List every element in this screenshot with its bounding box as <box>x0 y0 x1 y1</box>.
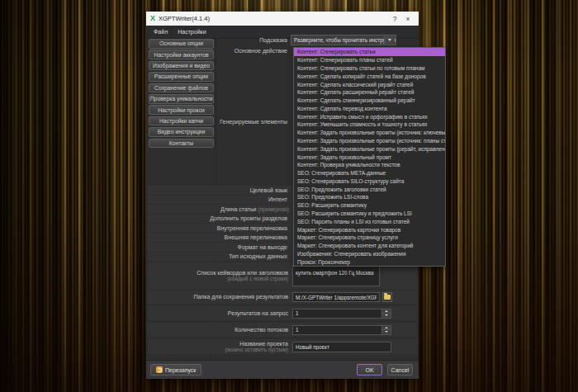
titlebar: X XGPTWriter(4.1.4) ? × <box>146 12 419 26</box>
action-option[interactable]: SEO: Предложить заголовки статей <box>294 185 445 193</box>
hint-label: Подсказка <box>259 37 287 43</box>
hint-combobox[interactable]: Разверните, чтобы прочитать инструкцию <box>291 35 396 45</box>
keywords-hint: (каждый с новой строки) <box>148 276 288 282</box>
app-logo-icon: X <box>150 15 155 22</box>
sidebar-item[interactable]: Настройки прокси <box>149 105 214 115</box>
sidebar-item[interactable]: Настройки капчи <box>149 116 214 126</box>
close-button[interactable]: × <box>401 15 415 23</box>
restart-label: Перезапуск <box>165 367 196 373</box>
results-label: Результатов на запрос <box>148 310 288 317</box>
form-row-label: Тип исходных данных <box>229 253 287 259</box>
content-area: Основные опцииНастройки аккаунтовИзображ… <box>146 39 419 361</box>
results-spinner <box>292 309 391 319</box>
sidebar-item[interactable]: Настройки аккаунтов <box>149 50 214 59</box>
window-title: XGPTWriter(4.1.4) <box>159 15 388 22</box>
action-option[interactable]: SEO: Расширить семантику <box>294 201 445 210</box>
action-option[interactable]: Контент: Задать произвольные промты (ист… <box>294 137 445 145</box>
folder-path-input[interactable] <box>292 292 380 302</box>
sidebar-item[interactable]: Контакты <box>149 139 214 149</box>
action-option[interactable]: SEO: Предложить LSI-слова <box>294 193 445 201</box>
action-option[interactable]: Контент: Задать произвольные промты (рер… <box>294 144 445 153</box>
form-row-hint: (примерная) <box>258 206 289 212</box>
action-option[interactable]: Контент: Проверка уникальности текстов <box>294 161 445 169</box>
project-row: Название проекта (можно оставить пустым) <box>148 339 417 354</box>
threads-spin-buttons <box>381 326 391 334</box>
threads-row: Количество потоков <box>148 323 417 337</box>
action-option[interactable]: Контент: Задать произвольные промты (ист… <box>294 129 445 137</box>
action-option[interactable]: Контент: Сгенерировать статьи по готовым… <box>294 64 445 73</box>
results-per-query-input[interactable] <box>292 309 391 319</box>
action-option[interactable]: SEO: Парсить планы и LSI из готовых стат… <box>294 217 445 225</box>
keywords-textarea[interactable]: купить смартфон 120 Гц Москва <box>292 265 380 286</box>
chevron-down-icon <box>384 36 395 44</box>
spinner-down-icon[interactable] <box>381 314 391 318</box>
action-option[interactable]: Контент: Задать произвольный промт <box>294 153 445 161</box>
ok-button[interactable]: OK <box>357 364 382 375</box>
action-option[interactable]: Контент: Сделать расширенный рерайт стат… <box>294 88 445 97</box>
menu-item-file[interactable]: Файл <box>149 28 172 35</box>
help-button[interactable]: ? <box>388 15 401 23</box>
threads-count-input[interactable] <box>292 325 391 335</box>
action-options-list: Контент: Сгенерировать статьиКонтент: Сг… <box>293 47 446 267</box>
project-name-input[interactable] <box>292 342 391 352</box>
project-label: Название проекта (можно оставить пустым) <box>148 341 288 353</box>
results-row: Результатов на запрос <box>148 306 417 320</box>
folder-row: Папка для сохранения результатов <box>148 290 417 304</box>
background: X XGPTWriter(4.1.4) ? × Файл Настройки О… <box>0 0 578 392</box>
action-option[interactable]: Маркет: Сгенерировать контент для катего… <box>294 242 445 250</box>
keywords-label: Список кейвордов или заголовков (каждый … <box>148 270 288 282</box>
action-option[interactable]: Контент: Уменьшить спамность и тошноту в… <box>294 120 445 129</box>
app-window: X XGPTWriter(4.1.4) ? × Файл Настройки О… <box>146 12 419 379</box>
action-option[interactable]: Прокси: Проксичекер <box>294 257 445 266</box>
action-option[interactable]: Контент: Сгенерировать статьи <box>294 48 445 56</box>
folder-icon <box>384 295 391 300</box>
action-option[interactable]: SEO: Сгенерировать META-данные <box>294 169 445 177</box>
results-spin-buttons <box>381 309 391 318</box>
form-row-label: Целевой язык <box>250 187 287 193</box>
generated-elements-label: Генерируемые элементы <box>220 119 287 125</box>
sidebar-item[interactable]: Видео инструкции <box>149 127 214 137</box>
action-option[interactable]: Контент: Сделать классический рерайт ста… <box>294 80 445 88</box>
action-option[interactable]: Контент: Сгенерировать планы статей <box>294 56 445 64</box>
footer-bar: Перезапуск OK Cancel <box>146 360 419 379</box>
form-row-label: Внутренняя перелинковка <box>217 225 287 231</box>
action-option[interactable]: Маркет: Сгенерировать страницу услуги <box>294 234 445 242</box>
form-row-label: Интент <box>268 196 287 202</box>
project-hint: (можно оставить пустым) <box>148 347 288 353</box>
hint-combobox-value: Разверните, чтобы прочитать инструкцию <box>294 37 396 43</box>
form-row-label: Формат на выходе <box>238 244 287 250</box>
action-option[interactable]: SEO: Расширить семантику и предложить LS… <box>294 210 445 218</box>
folder-label: Папка для сохранения результатов <box>148 294 288 300</box>
threads-label: Количество потоков <box>148 327 288 333</box>
menu-item-settings[interactable]: Настройки <box>173 28 210 35</box>
restart-icon <box>156 366 163 373</box>
sidebar-item[interactable]: Проверка уникальности <box>149 94 214 104</box>
action-option[interactable]: Маркет: Сгенерировать карточки товаров <box>294 225 445 234</box>
action-option[interactable]: Контент: Исправить смысл и орфографию в … <box>294 112 445 120</box>
form-row-label: Дополнить промты разделов <box>210 215 287 221</box>
sidebar: Основные опцииНастройки аккаунтовИзображ… <box>149 39 214 148</box>
action-option[interactable]: Контент: Сделать копирайт статей на базе… <box>294 72 445 80</box>
cancel-button[interactable]: Cancel <box>387 364 413 375</box>
restart-button[interactable]: Перезапуск <box>150 364 201 375</box>
form-row-label: Длина статьи <box>220 206 257 212</box>
sidebar-item[interactable]: Основные опции <box>149 39 214 49</box>
action-label: Основное действие <box>235 48 287 54</box>
sidebar-item[interactable]: Изображения и видео <box>149 61 214 71</box>
threads-spinner <box>292 325 391 335</box>
action-option[interactable]: Контент: Сделать спиннеризированный рера… <box>294 97 445 105</box>
action-option[interactable]: Изображения: Сгенерировать изображения <box>294 250 445 258</box>
form-row-label: Внешняя перелинковка <box>225 234 287 240</box>
sidebar-item[interactable]: Расширенные опции <box>149 72 214 82</box>
spinner-down-icon[interactable] <box>381 330 391 334</box>
sidebar-item[interactable]: Сохранение файлов <box>149 83 214 93</box>
browse-folder-button[interactable] <box>382 292 392 302</box>
action-option[interactable]: SEO: Сгенерировать SILO-структуру сайта <box>294 177 445 186</box>
action-option[interactable]: Контент: Сделать перевод контента <box>294 104 445 112</box>
